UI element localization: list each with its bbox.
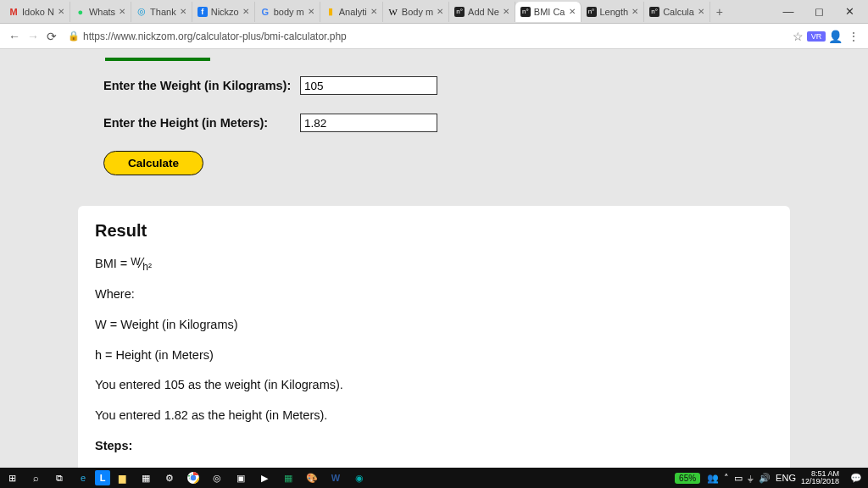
app-icon-g[interactable]: ▣ [229, 468, 253, 488]
svg-point-1 [191, 475, 196, 480]
browser-menu-icon[interactable]: ⋮ [844, 30, 863, 43]
height-row: Enter the Height (in Meters): [103, 114, 765, 132]
where-label: Where: [95, 286, 773, 304]
tab-label-9: Length [600, 7, 629, 17]
app-icon-video[interactable]: ▶ [253, 468, 276, 488]
battery-indicator[interactable]: 65% [675, 473, 700, 484]
app-icon-l[interactable]: L [95, 470, 110, 485]
formula-line: BMI = W⁄h² [95, 253, 773, 274]
file-explorer-icon[interactable]: ▆ [110, 468, 134, 488]
favicon-0: M [8, 7, 19, 17]
favicon-3: f [198, 7, 208, 17]
action-center-icon[interactable]: 💬 [844, 468, 868, 488]
tab-0[interactable]: M Idoko N ✕ [3, 2, 70, 22]
clock[interactable]: 8:51 AM 12/19/2018 [801, 470, 839, 486]
url-text[interactable]: https://www.nickzom.org/calculator-plus/… [83, 30, 788, 42]
app-icon-excel[interactable]: ▦ [276, 468, 300, 488]
close-window-button[interactable]: ✕ [834, 5, 865, 18]
tab-9[interactable]: n° Length ✕ [581, 2, 645, 22]
formula-numerator: W [131, 256, 140, 268]
weight-row: Enter the Weight (in Kilograms): [103, 76, 765, 95]
tab-7[interactable]: n° Add Ne ✕ [449, 2, 515, 22]
weight-label: Enter the Weight (in Kilograms): [103, 79, 300, 92]
new-tab-button[interactable]: + [710, 5, 729, 19]
app-icon-c[interactable]: ◉ [348, 468, 371, 488]
tab-label-10: Calcula [663, 7, 694, 17]
back-button[interactable]: ← [5, 27, 24, 46]
task-view-icon[interactable]: ⧉ [47, 468, 71, 488]
tab-close-9[interactable]: ✕ [632, 7, 638, 16]
tab-label-7: Add Ne [468, 7, 499, 17]
chrome-icon[interactable] [181, 468, 205, 488]
battery-icon[interactable]: ▭ [734, 473, 743, 484]
settings-icon[interactable]: ⚙ [158, 468, 181, 488]
weight-input[interactable] [300, 76, 437, 95]
tab-label-3: Nickzo [211, 7, 239, 17]
app-icon-paint[interactable]: 🎨 [300, 468, 324, 488]
bmi-form: Enter the Weight (in Kilograms): Enter t… [78, 49, 790, 191]
app-icon-spiral[interactable]: ◎ [205, 468, 229, 488]
system-tray[interactable]: 👥 ˄ ▭ ⏚ 🔊 ENG [707, 473, 796, 484]
tab-close-3[interactable]: ✕ [242, 7, 249, 16]
result-panel: Result BMI = W⁄h² Where: W = Weight (in … [78, 206, 790, 468]
tab-1[interactable]: ● Whats ✕ [70, 2, 131, 22]
favicon-6: W [388, 7, 398, 17]
favicon-1: ● [75, 7, 86, 17]
tab-close-2[interactable]: ✕ [180, 7, 186, 16]
forward-button[interactable]: → [24, 27, 42, 46]
favicon-10: n° [649, 7, 659, 17]
extension-icon[interactable]: VR [807, 31, 826, 42]
formula-denominator: h² [142, 261, 152, 273]
entered-height: You entered 1.82 as the height (in Meter… [95, 407, 773, 425]
height-label: Enter the Height (in Meters): [103, 116, 300, 130]
favicon-4: G [260, 7, 270, 17]
search-icon[interactable]: ⌕ [24, 468, 47, 488]
favicon-2: ◎ [136, 7, 147, 17]
tab-2[interactable]: ◎ Thank ✕ [131, 2, 192, 22]
volume-icon[interactable]: 🔊 [759, 473, 771, 484]
tab-close-4[interactable]: ✕ [308, 7, 314, 16]
tab-8[interactable]: n° BMI Ca ✕ [515, 2, 581, 22]
wifi-icon[interactable]: ⏚ [748, 473, 754, 483]
tab-label-2: Thank [150, 7, 176, 17]
tab-label-4: body m [274, 7, 304, 17]
tab-5[interactable]: ▮ Analyti ✕ [320, 2, 383, 22]
tab-close-6[interactable]: ✕ [437, 7, 443, 16]
tab-4[interactable]: G body m ✕ [255, 2, 320, 22]
clock-date: 12/19/2018 [801, 478, 839, 485]
address-bar: ← → ⟳ 🔒 https://www.nickzom.org/calculat… [0, 24, 868, 49]
tab-6[interactable]: W Body m ✕ [383, 2, 449, 22]
tab-close-7[interactable]: ✕ [503, 7, 509, 16]
people-icon[interactable]: 👥 [707, 473, 719, 484]
tab-label-1: Whats [89, 7, 115, 17]
height-input[interactable] [300, 114, 437, 132]
bookmark-star-icon[interactable]: ☆ [788, 30, 807, 43]
language-indicator[interactable]: ENG [776, 473, 796, 483]
edge-icon[interactable]: e [71, 468, 95, 488]
reload-button[interactable]: ⟳ [42, 27, 61, 46]
calculate-button[interactable]: Calculate [103, 151, 203, 175]
calculator-icon[interactable]: ▦ [134, 468, 158, 488]
start-button[interactable]: ⊞ [0, 468, 24, 488]
entered-weight: You entered 105 as the weight (in Kilogr… [95, 376, 773, 395]
favicon-9: n° [587, 7, 597, 17]
tab-close-8[interactable]: ✕ [569, 7, 576, 16]
favicon-5: ▮ [326, 7, 336, 17]
section-accent-bar [105, 58, 210, 61]
lock-icon: 🔒 [68, 30, 80, 42]
window-controls: — ◻ ✕ [773, 5, 865, 18]
maximize-button[interactable]: ◻ [804, 5, 834, 18]
tray-chevron-icon[interactable]: ˄ [724, 473, 729, 484]
tab-close-0[interactable]: ✕ [58, 7, 64, 16]
tab-close-5[interactable]: ✕ [370, 7, 377, 16]
tab-3[interactable]: f Nickzo ✕ [192, 2, 255, 22]
tab-10[interactable]: n° Calcula ✕ [644, 2, 710, 22]
minimize-button[interactable]: — [773, 5, 804, 18]
tab-close-1[interactable]: ✕ [119, 7, 125, 16]
tab-label-5: Analyti [339, 7, 367, 17]
tab-label-8: BMI Ca [534, 7, 565, 17]
profile-avatar[interactable]: 👤 [826, 30, 844, 43]
tab-close-10[interactable]: ✕ [698, 7, 704, 16]
tab-strip: M Idoko N ✕ ● Whats ✕ ◎ Thank ✕ f Nickzo… [0, 0, 868, 24]
app-icon-word[interactable]: W [324, 468, 348, 488]
